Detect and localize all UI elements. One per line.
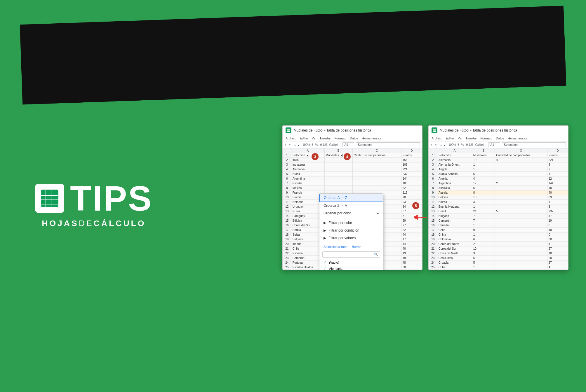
table-row: 2Alemania194221	[429, 158, 568, 162]
left-sheet: Mudiales de Fútbol - Tabla de posiciones…	[282, 125, 422, 270]
toolbar-redo[interactable]: ↪	[289, 143, 291, 146]
sort-color-arrow: ▶	[377, 212, 379, 215]
step-badge-4: 4	[344, 153, 351, 160]
sep-dot: ·	[349, 245, 350, 249]
item-vacio: (Vacío)	[329, 261, 339, 264]
r-toolbar-decimals[interactable]: .0 123	[465, 143, 474, 146]
tips-subtitle: HOJASDECÁLCULO	[42, 219, 146, 228]
r-col-mundiales-header: Mundiales	[472, 153, 495, 158]
table-row: 4Angola12	[429, 167, 568, 172]
menu-editar[interactable]: Editar	[300, 136, 308, 141]
filter-icon-a[interactable]: ▼	[306, 154, 309, 157]
menu-ver[interactable]: Ver	[312, 136, 317, 141]
filter-color-item[interactable]: ▶ Filtrar por color	[319, 219, 383, 227]
r-menu-archivo[interactable]: Archivo	[432, 136, 442, 141]
table-row: 3Inglaterra108	[283, 162, 422, 167]
search-icon: 🔍	[374, 253, 378, 256]
toolbar-decimals[interactable]: .0 123	[319, 143, 328, 146]
menu-formato[interactable]: Formato	[334, 136, 346, 141]
delete-link[interactable]: Borrar	[352, 245, 361, 249]
toolbar-print[interactable]: 🖨	[293, 143, 296, 146]
filter-dropdown-menu[interactable]: Ordenar A → Z Ordenar Z → A Ordenar por …	[319, 193, 383, 270]
r-menu-datos[interactable]: Datos	[496, 136, 504, 141]
menu-datos[interactable]: Datos	[350, 136, 358, 141]
menu-insertar[interactable]: Insertar	[320, 136, 331, 141]
formula-bar-left[interactable]: Selección	[356, 142, 420, 147]
left-sheet-panel: 3 4 Mudiales de Fútbol - Tabla de posici…	[282, 125, 422, 270]
r-toolbar-zoom[interactable]: 100%	[448, 143, 456, 146]
checkbox-vacio[interactable]: ✓ (Vacío)	[319, 259, 383, 265]
right-sheet-titlebar: Mudiales de Fútbol - Tabla de posiciones…	[429, 126, 568, 135]
sort-color-item[interactable]: Ordenar por color ▶	[319, 209, 383, 217]
table-row: 21Corea del Sur1027	[429, 246, 568, 251]
table-row: 23Costa Rica520	[429, 256, 568, 260]
r-col-c-header: C	[495, 148, 547, 153]
step-badge-3: 3	[312, 153, 319, 160]
sheets-app-icon	[286, 127, 291, 133]
r-menu-formato[interactable]: Formato	[480, 136, 492, 141]
formula-bar-right[interactable]: Selección	[502, 142, 566, 147]
r-toolbar-currency[interactable]: €	[458, 143, 460, 146]
toolbar-zoom[interactable]: 100%	[302, 143, 310, 146]
r-menu-ver[interactable]: Ver	[458, 136, 462, 141]
r-menu-editar[interactable]: Editar	[446, 136, 454, 141]
table-row: 8Australia510	[429, 186, 568, 190]
select-all-link[interactable]: Seleccionar todo	[324, 245, 347, 249]
table-row: 22Costa de Marfil310	[429, 251, 568, 256]
r-col-letter-row: A B C D	[429, 148, 568, 153]
right-sheet-menubar[interactable]: Archivo Editar Ver Insertar Formato Dato…	[429, 135, 568, 141]
table-row: 5Arabia Saudita511	[429, 172, 568, 176]
red-arrow-annotation	[414, 213, 428, 223]
table-row: 14Bulgaria717	[429, 214, 568, 218]
title-banner: FILTRAR Y ORDENAR EN GOOGLE SHEETS	[22, 8, 564, 102]
table-row: 24Croacia537	[429, 260, 568, 265]
col-d-header: D	[401, 148, 422, 153]
r-menu-insertar[interactable]: Insertar	[466, 136, 477, 141]
left-sheet-titlebar: Mudiales de Fútbol - Tabla de posiciones…	[283, 126, 422, 135]
bullet-1: ▶	[324, 221, 326, 225]
dropdown-search-box[interactable]: 🔍	[322, 251, 380, 258]
col-campeonatos-header: Cantid. de campeonatos	[352, 153, 401, 158]
r-col-campeonatos-header: Cantidad de campeonatos	[495, 153, 547, 158]
checkbox-alemania[interactable]: ✓ Alemania	[319, 265, 383, 270]
cell-ref-right[interactable]: A1	[488, 142, 500, 147]
r-toolbar-font[interactable]: Calibri	[475, 143, 484, 146]
svg-rect-10	[433, 129, 436, 132]
menu-herramientas[interactable]: Herramientas	[362, 136, 381, 141]
r-toolbar-paint[interactable]: 🖌	[444, 143, 447, 146]
left-sheet-title: Mudiales de Fútbol - Tabla de posiciones…	[294, 128, 371, 132]
table-row: 4Alemania221	[283, 167, 422, 172]
toolbar-percent[interactable]: %	[315, 143, 318, 146]
table-row: 25Cuba14	[429, 265, 568, 270]
filter-values-item[interactable]: ▶ Filtrar por valores	[319, 234, 383, 242]
r-col-puntos-header: Puntos	[547, 153, 568, 158]
filter-icon-b[interactable]: ▼	[340, 154, 343, 157]
svg-rect-6	[287, 129, 290, 132]
col-seleccion-header: Selección ▼	[291, 153, 324, 158]
col-c-header: C	[352, 148, 401, 153]
cell-ref-left[interactable]: A1	[342, 142, 354, 147]
check-alemania: ✓	[324, 266, 327, 270]
filter-condition-item[interactable]: ▶ Filtrar por condición	[319, 227, 383, 234]
right-sheet: Mudiales de Fútbol - Tabla de posiciones…	[428, 125, 568, 270]
toolbar-paint[interactable]: 🖌	[298, 143, 301, 146]
r-col-seleccion-header: Selección	[437, 153, 472, 158]
r-toolbar-percent[interactable]: %	[461, 143, 464, 146]
toolbar-undo[interactable]: ↩	[285, 143, 287, 146]
r-col-b-header: B	[472, 148, 495, 153]
r-toolbar-undo[interactable]: ↩	[431, 143, 433, 146]
table-row: 6Argelia412	[429, 176, 568, 181]
menu-archivo[interactable]: Archivo	[286, 136, 296, 141]
table-row: 9Austria840	[429, 190, 568, 195]
right-table-body: 2Alemania194221 3Alemania Orient.18 4Ang…	[429, 158, 568, 270]
sort-az-item[interactable]: Ordenar A → Z	[319, 194, 383, 202]
r-toolbar-print[interactable]: 🖨	[439, 143, 442, 146]
sort-za-item[interactable]: Ordenar Z → A	[319, 202, 383, 209]
r-menu-herramientas[interactable]: Herramientas	[508, 136, 527, 141]
r-toolbar-redo[interactable]: ↪	[435, 143, 437, 146]
bullet-2: ▶	[324, 228, 326, 232]
toolbar-currency[interactable]: €	[312, 143, 314, 146]
right-sheet-panel: Mudiales de Fútbol - Tabla de posiciones…	[428, 125, 568, 270]
toolbar-font[interactable]: Calibri	[329, 143, 338, 146]
left-sheet-menubar[interactable]: Archivo Editar Ver Insertar Formato Dato…	[283, 135, 422, 141]
